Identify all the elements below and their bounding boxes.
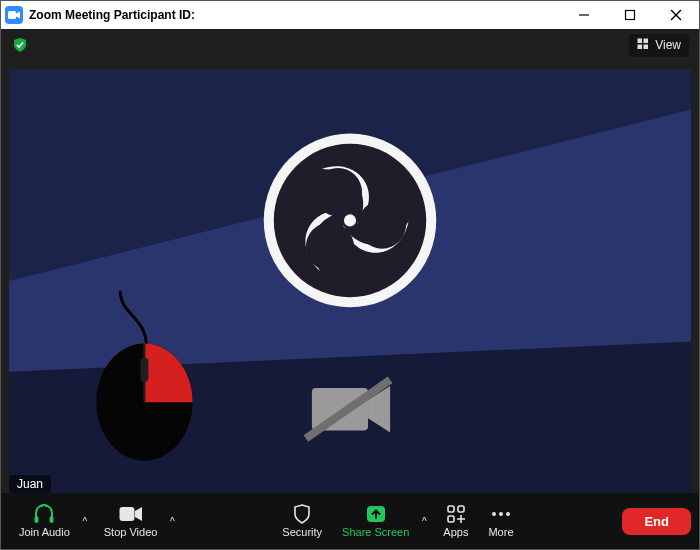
svg-point-16: [358, 200, 406, 248]
svg-rect-0: [8, 11, 16, 19]
apps-label: Apps: [443, 526, 468, 538]
window-close-button[interactable]: [653, 1, 699, 29]
app-window: Zoom Meeting Participant ID: View: [0, 0, 700, 550]
svg-rect-20: [140, 358, 148, 382]
shield-icon: [293, 504, 311, 524]
window-title: Zoom Meeting Participant ID:: [29, 8, 195, 22]
share-screen-label: Share Screen: [342, 526, 409, 538]
headphones-icon: [33, 504, 55, 524]
meeting-toolbar: Join Audio ^ Stop Video ^ Security: [1, 493, 699, 549]
svg-point-15: [306, 222, 354, 270]
meeting-top-strip: View: [1, 29, 699, 61]
svg-rect-27: [448, 506, 454, 512]
svg-rect-24: [50, 516, 54, 523]
view-label: View: [655, 38, 681, 52]
svg-point-32: [506, 512, 510, 516]
svg-rect-2: [626, 11, 635, 20]
share-screen-icon: [365, 504, 387, 524]
svg-point-14: [344, 214, 356, 226]
svg-rect-25: [119, 507, 134, 521]
more-label: More: [488, 526, 513, 538]
encryption-shield-icon[interactable]: [11, 36, 29, 54]
end-button[interactable]: End: [622, 508, 691, 535]
gallery-icon: [637, 38, 649, 53]
stop-video-button[interactable]: Stop Video: [94, 493, 168, 549]
svg-rect-8: [644, 44, 649, 49]
more-button[interactable]: More: [478, 493, 523, 549]
svg-point-30: [492, 512, 496, 516]
end-label: End: [644, 514, 669, 529]
svg-rect-7: [638, 44, 643, 49]
audio-options-chevron-icon[interactable]: ^: [80, 516, 94, 527]
share-options-chevron-icon[interactable]: ^: [419, 516, 433, 527]
stop-video-label: Stop Video: [104, 526, 158, 538]
video-stage: Juan: [9, 69, 691, 493]
apps-button[interactable]: Apps: [433, 493, 478, 549]
svg-rect-28: [458, 506, 464, 512]
zoom-app-icon: [5, 6, 23, 24]
svg-point-31: [499, 512, 503, 516]
meeting-body: View: [1, 29, 699, 549]
join-audio-label: Join Audio: [19, 526, 70, 538]
participant-name-tag: Juan: [9, 475, 51, 493]
video-options-chevron-icon[interactable]: ^: [167, 516, 181, 527]
window-maximize-button[interactable]: [607, 1, 653, 29]
share-screen-button[interactable]: Share Screen: [332, 493, 419, 549]
apps-icon: [446, 504, 466, 524]
camera-icon: [119, 504, 143, 524]
security-button[interactable]: Security: [272, 493, 332, 549]
svg-point-17: [314, 168, 362, 216]
svg-rect-5: [638, 38, 643, 43]
view-button[interactable]: View: [629, 34, 689, 57]
titlebar: Zoom Meeting Participant ID:: [1, 1, 699, 29]
svg-rect-23: [35, 516, 39, 523]
more-icon: [490, 504, 512, 524]
svg-rect-29: [448, 516, 454, 522]
shared-content: [9, 69, 691, 493]
svg-rect-6: [644, 38, 649, 43]
join-audio-button[interactable]: Join Audio: [9, 493, 80, 549]
security-label: Security: [282, 526, 322, 538]
window-minimize-button[interactable]: [561, 1, 607, 29]
